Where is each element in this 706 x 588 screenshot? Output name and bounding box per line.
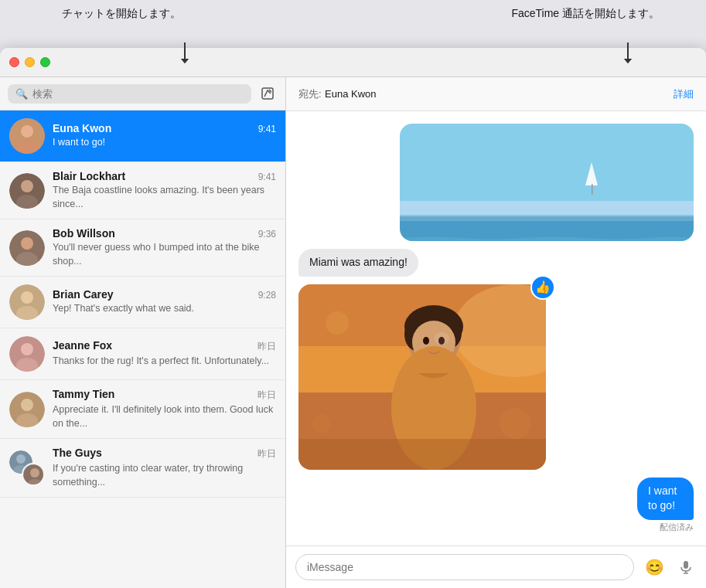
- chat-arrow: [184, 42, 186, 59]
- conversation-time: 9:28: [258, 290, 276, 301]
- app-window: 🔍: [0, 48, 706, 588]
- conversation-name: Bob Willson: [53, 227, 115, 240]
- conversation-item[interactable]: Blair Lockhart 9:41 The Baja coastline l…: [0, 162, 285, 219]
- emoji-button[interactable]: 😊: [642, 555, 667, 580]
- search-bar: 🔍: [0, 77, 285, 110]
- person-image-message: 👍: [298, 284, 546, 470]
- mic-button[interactable]: [675, 556, 697, 578]
- conversation-item[interactable]: Brian Carey 9:28 Yep! That's exactly wha…: [0, 277, 285, 328]
- svg-rect-30: [592, 184, 593, 195]
- maximize-button[interactable]: [40, 57, 50, 67]
- conversation-name: The Guys: [53, 447, 102, 459]
- chat-input-area: 😊: [286, 546, 706, 588]
- conversation-content: Euna Kwon 9:41 I want to go!: [53, 122, 276, 150]
- conversation-time: 9:41: [258, 124, 276, 134]
- detail-link[interactable]: 詳細: [674, 87, 694, 101]
- person-image: [298, 284, 546, 470]
- conversation-item[interactable]: Tammy Tien 昨日 Appreciate it. I'll defini…: [0, 380, 285, 439]
- sidebar: 🔍: [0, 77, 286, 588]
- conversation-name: Brian Carey: [53, 288, 114, 301]
- conversation-header: Jeanne Fox 昨日: [53, 339, 276, 353]
- avatar-group: [9, 450, 45, 486]
- annotations: チャットを開始します。 FaceTime 通話を開始します。: [0, 0, 706, 48]
- avatar: [9, 118, 45, 154]
- traffic-lights: [9, 57, 50, 67]
- close-button[interactable]: [9, 57, 19, 67]
- incoming-message: Miami was amazing!: [298, 249, 418, 277]
- conversation-name: Tammy Tien: [53, 388, 114, 400]
- conversation-preview: The Baja coastline looks amazing. It's b…: [53, 184, 276, 211]
- search-wrapper[interactable]: 🔍: [8, 84, 251, 104]
- chat-annotation: チャットを開始します。: [62, 6, 181, 22]
- compose-button[interactable]: [258, 83, 278, 104]
- to-label: 宛先:: [298, 88, 322, 100]
- conversation-content: Jeanne Fox 昨日 Thanks for the rug! It's a…: [53, 339, 276, 369]
- main-content: 🔍: [0, 77, 706, 588]
- chat-contact-name: Euna Kwon: [325, 88, 377, 100]
- facetime-arrow: [627, 42, 629, 59]
- search-icon: 🔍: [15, 88, 28, 100]
- svg-point-108: [500, 408, 530, 439]
- svg-point-106: [434, 332, 449, 345]
- conversation-item[interactable]: Jeanne Fox 昨日 Thanks for the rug! It's a…: [0, 328, 285, 380]
- conversation-time: 昨日: [258, 340, 276, 353]
- emoji-icon: 😊: [645, 558, 664, 576]
- svg-rect-110: [298, 439, 546, 470]
- svg-point-107: [326, 311, 349, 335]
- outgoing-message-wrapper: I want to go! 配信済み: [613, 478, 694, 533]
- title-bar: [0, 48, 706, 77]
- conversation-item[interactable]: The Guys 昨日 If you're casting into clear…: [0, 439, 285, 498]
- avatar: [9, 284, 45, 320]
- conversation-list: Euna Kwon 9:41 I want to go!: [0, 110, 285, 588]
- conversation-item[interactable]: Euna Kwon 9:41 I want to go!: [0, 110, 285, 162]
- conversation-header: Bob Willson 9:36: [53, 227, 276, 240]
- chat-messages: Miami was amazing!: [286, 111, 706, 546]
- search-input[interactable]: [32, 88, 244, 100]
- conversation-time: 昨日: [258, 389, 276, 402]
- svg-point-104: [423, 337, 429, 345]
- conversation-preview: Yep! That's exactly what we said.: [53, 302, 276, 316]
- conversation-header: Blair Lockhart 9:41: [53, 170, 276, 182]
- conversation-time: 9:36: [258, 229, 276, 240]
- avatar: [9, 173, 45, 209]
- avatar-image: [9, 118, 45, 154]
- conversation-content: The Guys 昨日 If you're casting into clear…: [53, 447, 276, 489]
- conversation-header: The Guys 昨日: [53, 447, 276, 461]
- conversation-header: Brian Carey 9:28: [53, 288, 276, 301]
- conversation-header: Euna Kwon 9:41: [53, 122, 276, 134]
- conversation-preview: If you're casting into clear water, try …: [53, 462, 276, 489]
- conversation-item[interactable]: Bob Willson 9:36 You'll never guess who …: [0, 219, 285, 277]
- conversation-content: Tammy Tien 昨日 Appreciate it. I'll defini…: [53, 388, 276, 430]
- chat-header: 宛先: Euna Kwon 詳細: [286, 77, 706, 111]
- conversation-name: Jeanne Fox: [53, 339, 112, 352]
- microphone-icon: [678, 559, 694, 575]
- conversation-name: Euna Kwon: [53, 122, 111, 134]
- conversation-preview: I want to go!: [53, 136, 276, 150]
- beach-image: [400, 124, 694, 241]
- svg-point-17: [21, 399, 33, 411]
- conversation-name: Blair Lockhart: [53, 170, 125, 182]
- reaction-icon: 👍: [535, 280, 551, 294]
- facetime-annotation: FaceTime 通話を開始します。: [511, 6, 660, 22]
- svg-rect-111: [684, 561, 688, 569]
- svg-point-14: [21, 343, 33, 355]
- compose-icon: [261, 87, 275, 100]
- minimize-button[interactable]: [25, 57, 35, 67]
- conversation-content: Bob Willson 9:36 You'll never guess who …: [53, 227, 276, 268]
- svg-rect-28: [400, 215, 694, 221]
- svg-point-8: [21, 237, 33, 250]
- conversation-preview: You'll never guess who I bumped into at …: [53, 241, 276, 268]
- message-input[interactable]: [295, 554, 634, 580]
- avatar: [9, 336, 45, 372]
- svg-point-2: [21, 125, 33, 138]
- svg-point-109: [312, 414, 331, 433]
- avatar: [9, 230, 45, 266]
- avatar: [9, 392, 45, 427]
- conversation-content: Brian Carey 9:28 Yep! That's exactly wha…: [53, 288, 276, 316]
- svg-point-23: [30, 468, 39, 478]
- svg-point-20: [16, 454, 26, 464]
- svg-point-5: [21, 180, 33, 192]
- delivered-status: 配信済み: [660, 522, 694, 533]
- conversation-header: Tammy Tien 昨日: [53, 388, 276, 402]
- conversation-time: 昨日: [258, 447, 276, 461]
